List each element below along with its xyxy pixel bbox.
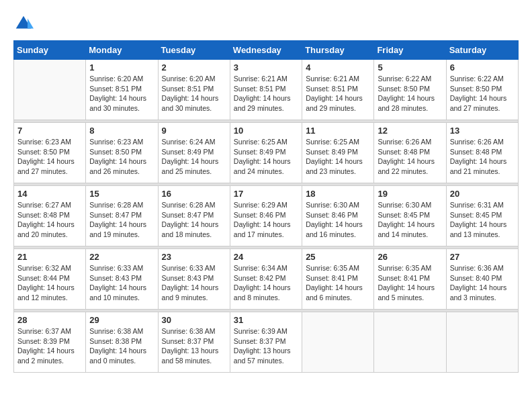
day-number: 14: [17, 189, 82, 199]
calendar-cell: [14, 60, 86, 120]
calendar-cell: 6Sunrise: 6:22 AM Sunset: 8:50 PM Daylig…: [446, 60, 518, 120]
calendar-cell: 9Sunrise: 6:24 AM Sunset: 8:49 PM Daylig…: [158, 123, 230, 183]
day-info: Sunrise: 6:20 AM Sunset: 8:51 PM Dayligh…: [89, 74, 154, 113]
calendar-week-row: 7Sunrise: 6:23 AM Sunset: 8:50 PM Daylig…: [14, 123, 519, 183]
day-number: 10: [234, 126, 298, 136]
day-info: Sunrise: 6:23 AM Sunset: 8:50 PM Dayligh…: [89, 137, 154, 177]
day-info: Sunrise: 6:38 AM Sunset: 8:38 PM Dayligh…: [89, 326, 154, 366]
calendar-cell: 27Sunrise: 6:36 AM Sunset: 8:40 PM Dayli…: [446, 249, 518, 310]
day-info: Sunrise: 6:39 AM Sunset: 8:37 PM Dayligh…: [234, 326, 298, 366]
day-info: Sunrise: 6:33 AM Sunset: 8:43 PM Dayligh…: [162, 263, 226, 303]
day-info: Sunrise: 6:26 AM Sunset: 8:48 PM Dayligh…: [378, 137, 442, 177]
day-info: Sunrise: 6:20 AM Sunset: 8:51 PM Dayligh…: [162, 74, 226, 113]
calendar-cell: 2Sunrise: 6:20 AM Sunset: 8:51 PM Daylig…: [158, 60, 230, 120]
day-number: 5: [378, 62, 442, 73]
day-info: Sunrise: 6:25 AM Sunset: 8:49 PM Dayligh…: [234, 137, 298, 177]
calendar-week-row: 1Sunrise: 6:20 AM Sunset: 8:51 PM Daylig…: [14, 60, 519, 120]
header-thursday: Thursday: [302, 41, 374, 60]
logo: [13, 13, 36, 34]
day-number: 22: [89, 252, 154, 262]
day-info: Sunrise: 6:35 AM Sunset: 8:41 PM Dayligh…: [378, 263, 442, 303]
day-info: Sunrise: 6:31 AM Sunset: 8:45 PM Dayligh…: [450, 200, 515, 240]
calendar-header-row: Sunday Monday Tuesday Wednesday Thursday…: [14, 41, 519, 60]
calendar-cell: 20Sunrise: 6:31 AM Sunset: 8:45 PM Dayli…: [446, 186, 518, 246]
calendar-cell: 13Sunrise: 6:26 AM Sunset: 8:48 PM Dayli…: [446, 123, 518, 183]
day-info: Sunrise: 6:25 AM Sunset: 8:49 PM Dayligh…: [306, 137, 370, 177]
day-info: Sunrise: 6:36 AM Sunset: 8:40 PM Dayligh…: [450, 263, 515, 303]
calendar-cell: 24Sunrise: 6:34 AM Sunset: 8:42 PM Dayli…: [230, 249, 302, 310]
day-number: 15: [89, 189, 154, 199]
calendar-cell: 23Sunrise: 6:33 AM Sunset: 8:43 PM Dayli…: [158, 249, 230, 310]
day-number: 31: [234, 315, 298, 325]
day-info: Sunrise: 6:22 AM Sunset: 8:50 PM Dayligh…: [378, 74, 442, 113]
day-info: Sunrise: 6:33 AM Sunset: 8:43 PM Dayligh…: [89, 263, 154, 303]
day-number: 20: [450, 189, 515, 199]
calendar-cell: 29Sunrise: 6:38 AM Sunset: 8:38 PM Dayli…: [86, 312, 158, 373]
calendar-cell: 19Sunrise: 6:30 AM Sunset: 8:45 PM Dayli…: [374, 186, 446, 246]
day-number: 11: [306, 126, 370, 136]
calendar-cell: [446, 312, 518, 373]
calendar-week-row: 21Sunrise: 6:32 AM Sunset: 8:44 PM Dayli…: [14, 249, 519, 310]
calendar-cell: 31Sunrise: 6:39 AM Sunset: 8:37 PM Dayli…: [230, 312, 302, 373]
day-number: 25: [306, 252, 370, 262]
calendar-cell: 12Sunrise: 6:26 AM Sunset: 8:48 PM Dayli…: [374, 123, 446, 183]
day-info: Sunrise: 6:21 AM Sunset: 8:51 PM Dayligh…: [306, 74, 370, 113]
header-wednesday: Wednesday: [230, 41, 302, 60]
calendar-cell: 1Sunrise: 6:20 AM Sunset: 8:51 PM Daylig…: [86, 60, 158, 120]
day-info: Sunrise: 6:29 AM Sunset: 8:46 PM Dayligh…: [234, 200, 298, 240]
day-number: 26: [378, 252, 442, 262]
day-info: Sunrise: 6:22 AM Sunset: 8:50 PM Dayligh…: [450, 74, 515, 113]
day-number: 3: [234, 62, 298, 73]
header-tuesday: Tuesday: [158, 41, 230, 60]
day-info: Sunrise: 6:28 AM Sunset: 8:47 PM Dayligh…: [162, 200, 226, 240]
calendar-cell: 5Sunrise: 6:22 AM Sunset: 8:50 PM Daylig…: [374, 60, 446, 120]
calendar-cell: 26Sunrise: 6:35 AM Sunset: 8:41 PM Dayli…: [374, 249, 446, 310]
day-info: Sunrise: 6:26 AM Sunset: 8:48 PM Dayligh…: [450, 137, 515, 177]
day-info: Sunrise: 6:28 AM Sunset: 8:47 PM Dayligh…: [89, 200, 154, 240]
calendar-cell: 16Sunrise: 6:28 AM Sunset: 8:47 PM Dayli…: [158, 186, 230, 246]
day-number: 21: [17, 252, 82, 262]
day-number: 8: [89, 126, 154, 136]
day-info: Sunrise: 6:30 AM Sunset: 8:46 PM Dayligh…: [306, 200, 370, 240]
day-info: Sunrise: 6:27 AM Sunset: 8:48 PM Dayligh…: [17, 200, 82, 240]
day-info: Sunrise: 6:37 AM Sunset: 8:39 PM Dayligh…: [17, 326, 82, 366]
calendar-cell: 21Sunrise: 6:32 AM Sunset: 8:44 PM Dayli…: [14, 249, 86, 310]
calendar-cell: 3Sunrise: 6:21 AM Sunset: 8:51 PM Daylig…: [230, 60, 302, 120]
day-info: Sunrise: 6:30 AM Sunset: 8:45 PM Dayligh…: [378, 200, 442, 240]
day-number: 2: [162, 62, 226, 73]
calendar-cell: 17Sunrise: 6:29 AM Sunset: 8:46 PM Dayli…: [230, 186, 302, 246]
header-saturday: Saturday: [446, 41, 518, 60]
day-info: Sunrise: 6:38 AM Sunset: 8:37 PM Dayligh…: [162, 326, 226, 366]
svg-marker-1: [28, 19, 34, 29]
calendar-cell: 14Sunrise: 6:27 AM Sunset: 8:48 PM Dayli…: [14, 186, 86, 246]
calendar-cell: [302, 312, 374, 373]
calendar-cell: 15Sunrise: 6:28 AM Sunset: 8:47 PM Dayli…: [86, 186, 158, 246]
calendar-cell: 8Sunrise: 6:23 AM Sunset: 8:50 PM Daylig…: [86, 123, 158, 183]
page-header: [13, 13, 519, 34]
day-number: 9: [162, 126, 226, 136]
day-number: 29: [89, 315, 154, 325]
day-info: Sunrise: 6:21 AM Sunset: 8:51 PM Dayligh…: [234, 74, 298, 113]
day-number: 4: [306, 62, 370, 73]
day-info: Sunrise: 6:24 AM Sunset: 8:49 PM Dayligh…: [162, 137, 226, 177]
day-number: 23: [162, 252, 226, 262]
calendar-cell: 25Sunrise: 6:35 AM Sunset: 8:41 PM Dayli…: [302, 249, 374, 310]
day-number: 24: [234, 252, 298, 262]
calendar-cell: [374, 312, 446, 373]
logo-icon: [13, 13, 34, 34]
day-info: Sunrise: 6:35 AM Sunset: 8:41 PM Dayligh…: [306, 263, 370, 303]
calendar-cell: 18Sunrise: 6:30 AM Sunset: 8:46 PM Dayli…: [302, 186, 374, 246]
day-number: 12: [378, 126, 442, 136]
calendar-week-row: 28Sunrise: 6:37 AM Sunset: 8:39 PM Dayli…: [14, 312, 519, 373]
day-number: 19: [378, 189, 442, 199]
day-number: 27: [450, 252, 515, 262]
calendar-table: Sunday Monday Tuesday Wednesday Thursday…: [13, 40, 519, 373]
day-number: 17: [234, 189, 298, 199]
day-number: 18: [306, 189, 370, 199]
header-monday: Monday: [86, 41, 158, 60]
day-info: Sunrise: 6:23 AM Sunset: 8:50 PM Dayligh…: [17, 137, 82, 177]
calendar-cell: 7Sunrise: 6:23 AM Sunset: 8:50 PM Daylig…: [14, 123, 86, 183]
day-number: 1: [89, 62, 154, 73]
calendar-cell: 4Sunrise: 6:21 AM Sunset: 8:51 PM Daylig…: [302, 60, 374, 120]
day-number: 30: [162, 315, 226, 325]
